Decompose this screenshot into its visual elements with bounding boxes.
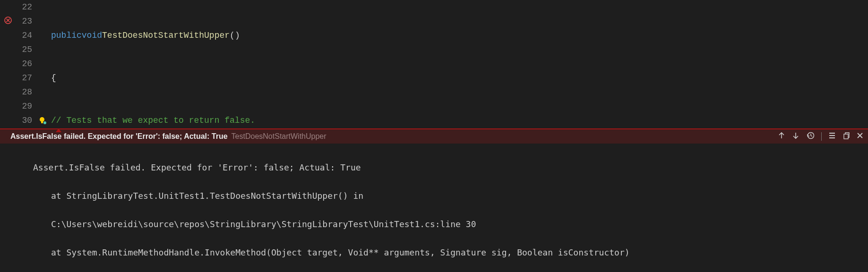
- line-number: 29: [16, 102, 35, 111]
- line-number: 23: [16, 17, 35, 26]
- prev-frame-icon[interactable]: [778, 132, 785, 141]
- list-icon[interactable]: [828, 132, 836, 141]
- trace-line: Assert.IsFalse failed. Expected for 'Err…: [33, 161, 868, 175]
- lightbulb-icon[interactable]: [35, 116, 50, 125]
- line-number: 22: [16, 2, 35, 12]
- gutter: 22 23 24 25 26 27 28 29 30: [0, 0, 51, 128]
- code-line[interactable]: // Tests that we expect to return false.: [51, 113, 868, 128]
- stack-trace[interactable]: Assert.IsFalse failed. Expected for 'Err…: [0, 144, 868, 272]
- error-icon[interactable]: [0, 16, 16, 27]
- svg-rect-5: [844, 134, 848, 139]
- exception-context: TestDoesNotStartWithUpper: [232, 132, 327, 141]
- line-number: 24: [16, 31, 35, 40]
- svg-point-1: [40, 117, 44, 122]
- next-frame-icon[interactable]: [792, 132, 799, 141]
- code-line[interactable]: public void TestDoesNotStartWithUpper(): [51, 28, 868, 42]
- exception-message: Assert.IsFalse failed. Expected for 'Err…: [10, 132, 228, 141]
- svg-point-3: [43, 121, 46, 124]
- trace-line: at StringLibraryTest.UnitTest1.TestDoesN…: [33, 189, 868, 203]
- exception-bar: Assert.IsFalse failed. Expected for 'Err…: [0, 129, 868, 144]
- trace-line: C:\Users\webreidi\source\repos\StringLib…: [33, 217, 868, 231]
- code-line[interactable]: {: [51, 71, 868, 85]
- svg-rect-2: [41, 121, 43, 123]
- code-area[interactable]: public void TestDoesNotStartWithUpper() …: [51, 0, 868, 128]
- line-number: 28: [16, 87, 35, 97]
- line-number: 30: [16, 116, 35, 125]
- copy-icon[interactable]: [842, 132, 850, 141]
- divider: [821, 132, 822, 141]
- error-caret-indicator: [0, 128, 868, 129]
- line-number: 25: [16, 45, 35, 54]
- close-icon[interactable]: [857, 132, 863, 141]
- code-editor[interactable]: 22 23 24 25 26 27 28 29 30 public void T…: [0, 0, 868, 128]
- line-number: 26: [16, 59, 35, 68]
- history-icon[interactable]: [806, 131, 815, 142]
- trace-line: at System.RuntimeMethodHandle.InvokeMeth…: [33, 246, 868, 260]
- line-number: 27: [16, 73, 35, 83]
